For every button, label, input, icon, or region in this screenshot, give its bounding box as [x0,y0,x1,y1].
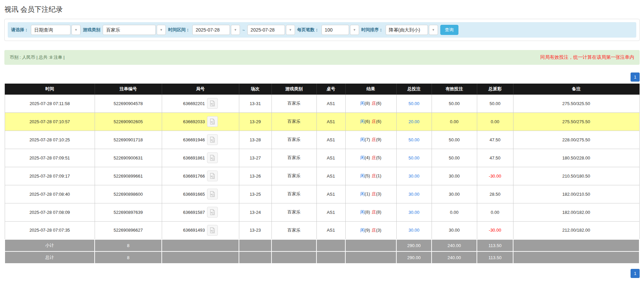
video-replay-button[interactable] [207,98,218,109]
chevron-down-icon[interactable]: ▼ [157,25,166,35]
filter-panel: 请选择： 日期查询 ▼ 游戏类别 百家乐 ▼ 时间区间： 2025-07-28 … [4,19,640,41]
time-sort-value[interactable]: 降幂(由大到小) [386,25,428,35]
cell-remark: 182.00/182.00 [513,203,639,221]
chevron-down-icon[interactable]: ▼ [286,25,295,35]
cell-payout: 50.00 [477,94,513,112]
cell-result: 闲(5)庄(1) [345,167,396,185]
video-replay-button[interactable] [207,225,218,236]
cell-table-no: AS1 [316,149,345,167]
table-body: 2025-07-28 07:11:58 522690904578 6366922… [5,94,639,239]
cell-game-type: 百家乐 [271,131,316,149]
betting-records-table: 时间 注单编号 局号 场次 游戏类别 桌号 结果 总投注 有效投注 总派彩 备注… [4,84,640,264]
total-bet-link[interactable]: 30.00 [396,185,432,203]
player-result: 闲 [360,137,365,142]
cell-time: 2025-07-28 07:07:35 [5,221,95,239]
col-session: 场次 [239,84,271,94]
table-row: 2025-07-28 07:10:57 522690902605 6366920… [5,112,639,131]
per-page-label: 每页笔数： [297,27,319,33]
cell-table-no: AS1 [316,112,345,131]
page-1-button[interactable]: 1 [631,269,640,278]
total-bet-link[interactable]: 50.00 [396,94,432,112]
total-bet-link[interactable]: 50.00 [396,149,432,167]
cell-result: 闲(4)庄(5) [345,149,396,167]
cell-bet-id: 522690900631 [95,149,162,167]
total-bet-link[interactable]: 30.00 [396,203,432,221]
video-replay-button[interactable] [207,171,218,181]
video-replay-button[interactable] [207,116,218,127]
round-id-text: 636691493 [183,228,205,233]
cell-time: 2025-07-28 07:10:57 [5,112,95,131]
col-payout: 总派彩 [477,84,513,94]
subtotal-payout: 113.50 [477,239,513,251]
video-replay-button[interactable] [207,189,218,199]
valid-bet-notice: 同局有效投注，统一计算在该局第一张注单内 [540,54,634,60]
table-footer: 小计 8 290.00 240.00 113.50 总计 8 290.00 24… [5,239,639,264]
round-id-text: 636692201 [183,101,205,106]
table-row: 2025-07-28 07:09:17 522690899661 6366917… [5,167,639,185]
subtotal-total-bet: 290.00 [396,239,432,251]
page-1-button[interactable]: 1 [631,73,640,82]
col-remark: 备注 [513,84,639,94]
col-game-type: 游戏类别 [271,84,316,94]
chevron-down-icon[interactable]: ▼ [429,25,438,35]
cell-valid-bet: 30.00 [432,221,477,239]
chevron-down-icon[interactable]: ▼ [231,25,240,35]
cell-session: 13-25 [239,185,271,203]
cell-valid-bet: 0.00 [432,112,477,131]
cell-payout: -30.00 [477,221,513,239]
cell-bet-id: 522690901718 [95,131,162,149]
cell-table-no: AS1 [316,167,345,185]
total-bet-link[interactable]: 20.00 [396,112,432,131]
range-tilde: ~ [242,28,245,33]
total-valid-bet: 240.00 [432,251,477,264]
per-page-value[interactable]: 100 [321,25,349,35]
banker-result: 庄 [372,191,376,196]
cell-table-no: AS1 [316,185,345,203]
date-from-value[interactable]: 2025-07-28 [192,25,230,35]
total-bet-link[interactable]: 30.00 [396,221,432,239]
cell-remark: 275.50/325.50 [513,94,639,112]
cell-payout: 28.50 [477,185,513,203]
select-mode-combo: 日期查询 ▼ [31,25,81,35]
cell-bet-id: 522690897639 [95,203,162,221]
cell-bet-id: 522690899661 [95,167,162,185]
betting-records-page: 视讯 会员下注纪录 请选择： 日期查询 ▼ 游戏类别 百家乐 ▼ 时间区间： 2… [0,0,644,278]
cell-session: 13-23 [239,221,271,239]
total-bet-link[interactable]: 50.00 [396,131,432,149]
date-to-combo: 2025-07-28 ▼ [247,25,295,35]
search-button[interactable]: 查询 [440,25,458,35]
cell-game-type: 百家乐 [271,221,316,239]
video-file-icon [209,191,215,197]
total-bet-link[interactable]: 30.00 [396,167,432,185]
player-result: 闲 [360,101,365,106]
cell-remark: 180.50/228.00 [513,149,639,167]
player-result: 闲 [360,155,365,160]
game-type-combo: 百家乐 ▼ [103,25,166,35]
cell-payout: 47.50 [477,131,513,149]
video-file-icon [209,173,215,179]
date-to-value[interactable]: 2025-07-28 [247,25,285,35]
chevron-down-icon[interactable]: ▼ [71,25,81,35]
player-result: 闲 [360,173,365,178]
banker-result: 庄 [372,119,376,124]
date-from-combo: 2025-07-28 ▼ [192,25,240,35]
table-row: 2025-07-28 07:10:25 522690901718 6366919… [5,131,639,149]
cell-bet-id: 522690904578 [95,94,162,112]
video-replay-button[interactable] [207,207,218,218]
col-result: 结果 [345,84,396,94]
game-type-value[interactable]: 百家乐 [103,25,156,35]
banker-result: 庄 [372,173,376,178]
cell-round-id: 636691493 [162,221,239,239]
video-replay-button[interactable] [207,152,218,163]
video-replay-button[interactable] [207,134,218,145]
cell-result: 闲(8)庄(6) [345,94,396,112]
select-mode-value[interactable]: 日期查询 [31,25,70,35]
cell-game-type: 百家乐 [271,203,316,221]
subtotal-row: 小计 8 290.00 240.00 113.50 [5,239,639,251]
player-result: 闲 [360,228,365,233]
cell-game-type: 百家乐 [271,112,316,131]
chevron-down-icon[interactable]: ▼ [350,25,359,35]
cell-bet-id: 522690896627 [95,221,162,239]
cell-round-id: 636692033 [162,112,239,131]
grand-total-row: 总计 8 290.00 240.00 113.50 [5,251,639,264]
